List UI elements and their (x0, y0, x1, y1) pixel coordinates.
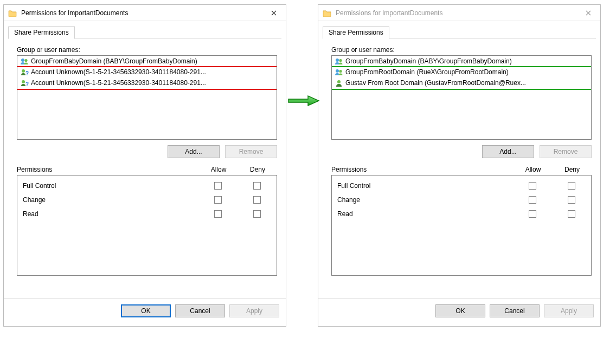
permission-name: Full Control (23, 182, 198, 190)
allow-checkbox[interactable] (529, 196, 536, 204)
titlebar[interactable]: Permissions for ImportantDocuments (318, 5, 600, 21)
dialog-footer: OK Cancel Apply (318, 298, 600, 323)
unknown-account-icon (20, 79, 29, 87)
deny-checkbox[interactable] (568, 182, 575, 190)
permission-row: Full Control (17, 179, 277, 193)
allow-heading: Allow (514, 166, 553, 173)
allow-heading: Allow (199, 166, 238, 173)
remove-button[interactable]: Remove (225, 145, 277, 158)
permissions-dialog-left: Permissions for ImportantDocuments Share… (3, 4, 286, 327)
close-button[interactable] (263, 5, 285, 21)
tab-share-permissions[interactable]: Share Permissions (8, 26, 75, 39)
allow-checkbox[interactable] (214, 182, 222, 190)
add-button[interactable]: Add... (482, 145, 534, 158)
permission-name: Read (337, 210, 513, 218)
deny-checkbox[interactable] (253, 182, 261, 190)
permission-name: Change (337, 196, 513, 204)
user-group-list[interactable]: GroupFromBabyDomain (BABY\GroupFromBabyD… (331, 55, 592, 140)
permission-row: Read (17, 207, 277, 221)
user-group-list[interactable]: GroupFromBabyDomain (BABY\GroupFromBabyD… (17, 55, 277, 140)
apply-button[interactable]: Apply (229, 304, 279, 317)
close-icon (586, 10, 591, 16)
deny-checkbox[interactable] (253, 196, 261, 204)
group-icon (335, 57, 343, 65)
list-item-label: GroupFromBabyDomain (BABY\GroupFromBabyD… (31, 57, 197, 65)
cancel-button[interactable]: Cancel (175, 304, 225, 317)
apply-button[interactable]: Apply (544, 304, 594, 317)
tab-strip: Share Permissions (323, 25, 596, 38)
group-label: Group or user names: (331, 46, 592, 54)
list-item-label: GroupFromRootDomain (RueX\GroupFromRootD… (345, 68, 509, 76)
permission-row: Read (332, 207, 591, 221)
permission-row: Change (332, 193, 591, 207)
list-item-label: Account Unknown(S-1-5-21-3456332930-3401… (31, 68, 206, 76)
group-icon (20, 57, 29, 65)
arrow-annotation-icon (287, 94, 320, 107)
ok-button[interactable]: OK (435, 304, 485, 317)
dialog-footer: OK Cancel Apply (4, 298, 286, 323)
folder-icon (323, 9, 331, 17)
list-item[interactable]: Account Unknown(S-1-5-21-3456332930-3401… (17, 77, 277, 88)
add-button[interactable]: Add... (168, 145, 220, 158)
titlebar[interactable]: Permissions for ImportantDocuments (4, 5, 286, 21)
tab-strip: Share Permissions (8, 25, 281, 38)
list-item-label: Gustav From Root Domain (GustavFromRootD… (345, 79, 526, 87)
allow-checkbox[interactable] (214, 210, 222, 218)
deny-heading: Deny (238, 166, 277, 173)
deny-heading: Deny (553, 166, 592, 173)
permission-name: Change (23, 196, 198, 204)
permissions-heading: Permissions (331, 166, 514, 173)
window-title: Permissions for ImportantDocuments (21, 9, 263, 17)
permission-row: Change (17, 193, 277, 207)
close-button[interactable] (578, 5, 599, 21)
list-item-label: Account Unknown(S-1-5-21-3456332930-3401… (31, 79, 206, 87)
permission-name: Full Control (337, 182, 513, 190)
window-title: Permissions for ImportantDocuments (336, 9, 578, 17)
cancel-button[interactable]: Cancel (490, 304, 540, 317)
permissions-list: Full Control Change Read (331, 175, 592, 276)
list-item[interactable]: Account Unknown(S-1-5-21-3456332930-3401… (17, 67, 277, 77)
remove-button[interactable]: Remove (540, 145, 592, 158)
close-icon (271, 10, 277, 16)
tab-share-permissions[interactable]: Share Permissions (323, 26, 389, 39)
unknown-account-icon (20, 68, 29, 76)
permissions-heading: Permissions (17, 166, 199, 173)
list-item[interactable]: GroupFromBabyDomain (BABY\GroupFromBabyD… (332, 56, 591, 67)
list-item[interactable]: Gustav From Root Domain (GustavFromRootD… (332, 77, 591, 88)
group-icon (335, 68, 343, 76)
deny-checkbox[interactable] (253, 210, 261, 218)
permissions-list: Full Control Change Read (17, 175, 277, 276)
ok-button[interactable]: OK (121, 304, 171, 317)
user-icon (335, 79, 343, 87)
allow-checkbox[interactable] (214, 196, 222, 204)
deny-checkbox[interactable] (568, 196, 575, 204)
group-label: Group or user names: (17, 46, 277, 54)
folder-icon (8, 9, 17, 17)
list-item-label: GroupFromBabyDomain (BABY\GroupFromBabyD… (345, 57, 512, 65)
allow-checkbox[interactable] (529, 210, 536, 218)
deny-checkbox[interactable] (568, 210, 575, 218)
list-item[interactable]: GroupFromBabyDomain (BABY\GroupFromBabyD… (17, 56, 277, 67)
permission-name: Read (23, 210, 198, 218)
permissions-dialog-right: Permissions for ImportantDocuments Share… (318, 4, 601, 327)
list-item[interactable]: GroupFromRootDomain (RueX\GroupFromRootD… (332, 67, 591, 77)
allow-checkbox[interactable] (529, 182, 536, 190)
permission-row: Full Control (332, 179, 591, 193)
